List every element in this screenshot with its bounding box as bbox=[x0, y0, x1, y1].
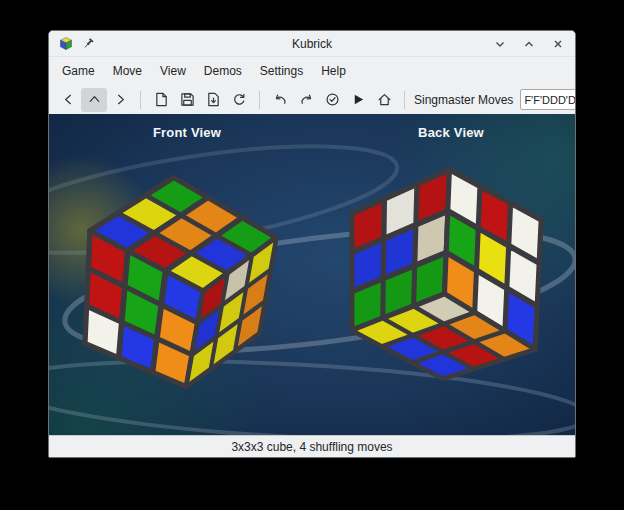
status-text: 3x3x3 cube, 4 shuffling moves bbox=[231, 440, 392, 454]
minimize-button[interactable] bbox=[492, 36, 508, 52]
singmaster-moves-label: Singmaster Moves bbox=[414, 93, 513, 107]
home-icon bbox=[377, 92, 392, 107]
export-button[interactable] bbox=[200, 88, 226, 112]
kubrick-window: Kubrick Game Move View Demos Settings He… bbox=[48, 30, 576, 458]
kubrick-app-icon bbox=[58, 36, 74, 52]
up-button[interactable] bbox=[81, 88, 107, 112]
back-view-label: Back View bbox=[418, 125, 484, 140]
menu-move[interactable]: Move bbox=[104, 57, 151, 85]
front-view-label: Front View bbox=[153, 125, 221, 140]
menubar: Game Move View Demos Settings Help bbox=[49, 57, 575, 85]
play-button[interactable] bbox=[345, 88, 371, 112]
close-button[interactable] bbox=[550, 36, 566, 52]
toolbar-separator bbox=[404, 91, 405, 109]
check-circle-icon bbox=[325, 92, 340, 107]
menu-settings[interactable]: Settings bbox=[251, 57, 312, 85]
export-document-icon bbox=[206, 92, 221, 107]
menu-view[interactable]: View bbox=[151, 57, 195, 85]
back-cube[interactable] bbox=[352, 169, 541, 378]
undo-button[interactable] bbox=[267, 88, 293, 112]
forward-button[interactable] bbox=[107, 88, 133, 112]
titlebar[interactable]: Kubrick bbox=[49, 31, 575, 57]
new-document-icon bbox=[154, 92, 169, 107]
screenshot-stage: Kubrick Game Move View Demos Settings He… bbox=[0, 0, 624, 510]
chevron-left-icon bbox=[61, 92, 76, 107]
save-icon bbox=[180, 92, 195, 107]
menu-game[interactable]: Game bbox=[53, 57, 104, 85]
chevron-right-icon bbox=[113, 92, 128, 107]
pin-icon[interactable] bbox=[82, 37, 95, 50]
statusbar: 3x3x3 cube, 4 shuffling moves bbox=[49, 435, 575, 457]
apply-button[interactable] bbox=[319, 88, 345, 112]
refresh-icon bbox=[232, 92, 247, 107]
front-cube[interactable] bbox=[85, 177, 276, 386]
toolbar-separator bbox=[140, 91, 141, 109]
save-button[interactable] bbox=[174, 88, 200, 112]
undo-icon bbox=[273, 92, 288, 107]
maximize-button[interactable] bbox=[521, 36, 537, 52]
cube-viewport[interactable]: Front View Back View bbox=[49, 114, 575, 435]
menu-help[interactable]: Help bbox=[312, 57, 355, 85]
back-button[interactable] bbox=[55, 88, 81, 112]
play-icon bbox=[351, 92, 366, 107]
singmaster-moves-input[interactable] bbox=[520, 89, 576, 110]
redo-icon bbox=[299, 92, 314, 107]
redo-button[interactable] bbox=[293, 88, 319, 112]
home-button[interactable] bbox=[371, 88, 397, 112]
toolbar-separator bbox=[259, 91, 260, 109]
cube-scene bbox=[49, 114, 575, 435]
menu-demos[interactable]: Demos bbox=[195, 57, 251, 85]
refresh-button[interactable] bbox=[226, 88, 252, 112]
toolbar: Singmaster Moves bbox=[49, 85, 575, 114]
chevron-up-icon bbox=[87, 92, 102, 107]
new-puzzle-button[interactable] bbox=[148, 88, 174, 112]
